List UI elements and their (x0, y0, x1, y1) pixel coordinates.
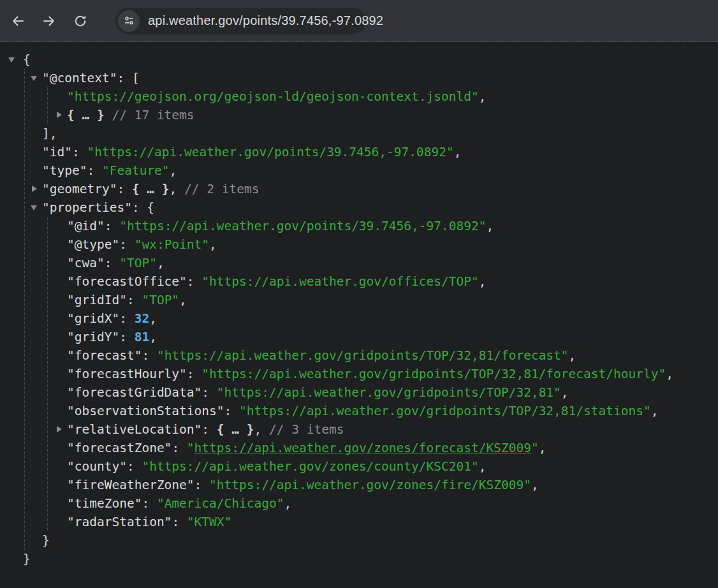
json-punctuation: : (127, 459, 142, 474)
json-punctuation: , (170, 163, 177, 178)
json-punctuation: : { (132, 200, 154, 215)
json-line: "@context": [ (0, 69, 718, 87)
json-line: "gridId": "TOP", (0, 291, 718, 309)
json-string: " (187, 441, 194, 455)
json-key: "type" (42, 163, 87, 178)
json-punctuation: : (194, 478, 209, 492)
json-punctuation: , (539, 441, 546, 455)
json-string: "https://api.weather.gov/points/39.7456,… (87, 145, 453, 159)
json-punctuation: , (531, 478, 539, 492)
json-line: "cwa": "TOP", (0, 254, 718, 272)
json-punctuation: , (486, 219, 494, 233)
json-viewer: {"@context": ["https://geojson.org/geojs… (0, 42, 718, 587)
json-key: "gridId" (67, 293, 127, 307)
json-punctuation: : (187, 274, 201, 289)
json-line: "forecastHourly": "https://api.weather.g… (0, 365, 718, 383)
json-string: "wx:Point" (135, 237, 209, 252)
json-items-comment: // 3 items (261, 422, 344, 437)
json-string: "https://api.weather.gov/gridpoints/TOP/… (217, 385, 561, 400)
json-line: "forecastZone": "https://api.weather.gov… (0, 439, 718, 457)
json-punctuation: { (23, 52, 31, 67)
json-punctuation: : (105, 219, 119, 233)
json-punctuation: , (157, 256, 165, 270)
json-line: { … } // 17 items (0, 106, 718, 124)
json-string: "https://api.weather.gov/offices/TOP" (201, 274, 478, 289)
json-punctuation: : (72, 145, 87, 159)
json-line: "forecastGridData": "https://api.weather… (0, 383, 718, 402)
json-punctuation: , (149, 330, 157, 344)
json-key: "properties" (42, 200, 132, 215)
json-string: "https://api.weather.gov/points/39.7456,… (119, 219, 486, 233)
json-key: "fireWeatherZone" (67, 478, 194, 492)
json-number: 32 (135, 311, 149, 326)
json-string: "https://api.weather.gov/zones/county/KS… (142, 459, 478, 474)
json-key: "id" (42, 145, 72, 159)
forward-arrow-icon (41, 13, 57, 29)
json-punctuation: , (479, 459, 487, 474)
back-button[interactable] (5, 8, 31, 34)
json-key: "timeZone" (67, 496, 142, 511)
json-line: } (0, 550, 718, 568)
reload-button[interactable] (68, 8, 93, 34)
json-line: "timeZone": "America/Chicago", (0, 494, 718, 513)
json-line: "geometry": { … }, // 2 items (0, 180, 718, 198)
expand-toggle-icon[interactable] (57, 426, 62, 432)
json-punctuation: : (105, 256, 119, 270)
json-key: "@id" (67, 219, 105, 233)
json-punctuation: , (666, 367, 673, 381)
json-line: "properties": { (0, 198, 718, 217)
json-line: { (0, 50, 718, 69)
json-string: "https://geojson.org/geojson-ld/geojson-… (67, 89, 479, 104)
json-line: ], (0, 124, 718, 143)
json-key: "gridY" (67, 330, 119, 344)
json-punctuation: } (23, 552, 31, 566)
json-collapsed-preview: { … } (132, 182, 170, 196)
json-punctuation: : (119, 237, 134, 252)
forward-button[interactable] (36, 8, 62, 34)
json-punctuation: , (209, 237, 217, 252)
json-string: "TOP" (119, 256, 157, 270)
json-punctuation: : (172, 441, 186, 455)
json-string: "Feature" (102, 163, 170, 178)
json-key: "cwa" (67, 256, 105, 270)
collapse-toggle-icon[interactable] (8, 57, 15, 62)
json-punctuation: , (170, 182, 177, 196)
expand-toggle-icon[interactable] (32, 186, 37, 192)
json-line: "gridY": 81, (0, 328, 718, 346)
json-key: "county" (67, 459, 127, 474)
address-bar[interactable]: api.weather.gov/points/39.7456,-97.0892 (115, 8, 365, 34)
json-key: "forecastOffice" (67, 274, 187, 289)
json-key: "geometry" (42, 182, 117, 196)
json-punctuation: : (119, 311, 134, 326)
browser-toolbar: api.weather.gov/points/39.7456,-97.0892 (0, 0, 718, 42)
json-punctuation: ], (42, 126, 57, 141)
json-key: "forecastGridData" (67, 385, 201, 400)
json-punctuation: : (119, 330, 134, 344)
back-arrow-icon (10, 13, 26, 29)
json-number: 81 (135, 330, 149, 344)
json-punctuation: , (569, 348, 576, 363)
site-information-button[interactable] (118, 10, 140, 32)
collapse-toggle-icon[interactable] (31, 76, 37, 81)
json-punctuation: : (127, 293, 142, 307)
json-line: "gridX": 32, (0, 309, 718, 328)
json-key: "forecastZone" (67, 441, 172, 455)
json-key: "forecastHourly" (67, 367, 187, 381)
json-punctuation: } (42, 533, 50, 548)
json-punctuation: : (117, 182, 131, 196)
json-line: "county": "https://api.weather.gov/zones… (0, 457, 718, 476)
collapse-toggle-icon[interactable] (31, 205, 37, 210)
json-punctuation: , (651, 404, 659, 418)
json-collapsed-preview: { … } (217, 422, 254, 437)
json-key: "relativeLocation" (67, 422, 201, 437)
json-punctuation: : (87, 163, 101, 178)
json-key: "observationStations" (67, 404, 224, 418)
json-line: "fireWeatherZone": "https://api.weather.… (0, 476, 718, 494)
json-items-comment: // 2 items (177, 182, 259, 196)
expand-toggle-icon[interactable] (57, 112, 62, 118)
json-punctuation: : (201, 422, 216, 437)
json-punctuation: , (454, 145, 462, 159)
json-items-comment: // 17 items (105, 108, 194, 122)
json-link[interactable]: https://api.weather.gov/zones/forecast/K… (194, 441, 531, 455)
json-punctuation: , (561, 385, 569, 400)
